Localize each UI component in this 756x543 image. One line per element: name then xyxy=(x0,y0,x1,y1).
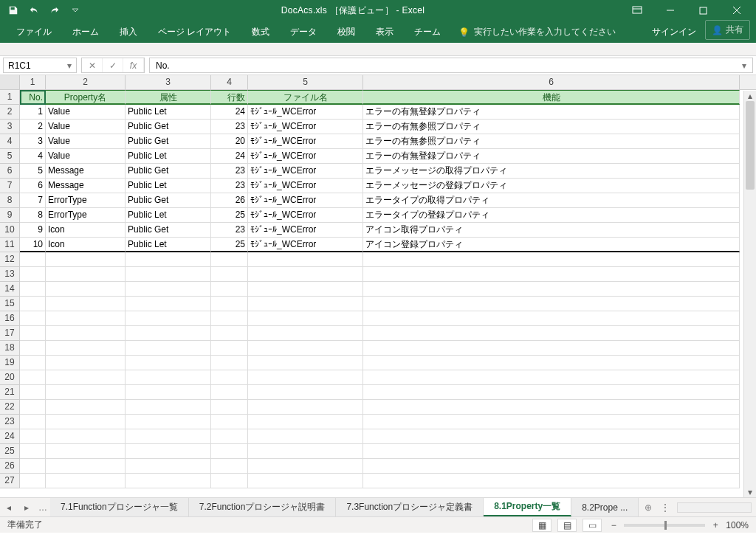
save-button[interactable] xyxy=(3,1,24,19)
cell[interactable] xyxy=(126,459,211,474)
cell[interactable] xyxy=(363,326,740,341)
cell[interactable]: ﾓｼﾞｭｰﾙ_WCError xyxy=(248,120,363,134)
tab-insert[interactable]: 挿入 xyxy=(109,21,148,43)
cell[interactable]: ﾓｼﾞｭｰﾙ_WCError xyxy=(248,134,363,149)
cell[interactable] xyxy=(248,474,363,488)
cell[interactable] xyxy=(126,429,211,444)
cell[interactable] xyxy=(363,474,740,488)
cell[interactable] xyxy=(20,282,46,297)
cell[interactable]: Property名 xyxy=(46,90,126,105)
cell[interactable]: Icon xyxy=(46,223,126,238)
row-header[interactable]: 15 xyxy=(0,297,20,311)
cell[interactable] xyxy=(363,415,740,429)
cell[interactable]: 25 xyxy=(211,208,248,223)
cell[interactable]: 属性 xyxy=(126,90,211,105)
sheet-tab[interactable]: 7.2Functionプロシージャ説明書 xyxy=(189,498,337,516)
cell[interactable] xyxy=(248,459,363,474)
cell[interactable] xyxy=(20,400,46,415)
cell[interactable] xyxy=(46,252,126,267)
zoom-in-button[interactable]: + xyxy=(709,520,721,530)
cell[interactable] xyxy=(20,267,46,282)
cell[interactable]: 10 xyxy=(20,238,46,252)
cell[interactable]: 23 xyxy=(211,179,248,193)
row-header[interactable]: 9 xyxy=(0,208,20,223)
row-header[interactable]: 12 xyxy=(0,252,20,267)
qat-customize-button[interactable] xyxy=(65,1,86,19)
tab-scroll-menu[interactable]: ⋮ xyxy=(658,498,673,516)
cell[interactable] xyxy=(363,400,740,415)
cell[interactable]: 1 xyxy=(20,105,46,120)
cell[interactable] xyxy=(363,385,740,400)
tab-pagelayout[interactable]: ページ レイアウト xyxy=(148,21,241,43)
name-box[interactable]: R1C1 ▾ xyxy=(3,58,77,73)
cell[interactable] xyxy=(126,297,211,311)
tab-formulas[interactable]: 数式 xyxy=(241,21,280,43)
cell[interactable] xyxy=(248,311,363,326)
cell[interactable]: Public Get xyxy=(126,193,211,208)
formula-input[interactable]: No. ▾ xyxy=(149,58,753,73)
cell[interactable] xyxy=(211,474,248,488)
cell[interactable] xyxy=(248,385,363,400)
cell[interactable] xyxy=(46,282,126,297)
row-header[interactable]: 18 xyxy=(0,341,20,356)
cell[interactable] xyxy=(46,400,126,415)
sign-in-button[interactable]: サインイン xyxy=(643,21,705,43)
cell[interactable] xyxy=(46,459,126,474)
cell[interactable]: Public Let xyxy=(126,105,211,120)
cell[interactable] xyxy=(248,297,363,311)
scroll-thumb[interactable] xyxy=(746,101,755,190)
cell[interactable] xyxy=(363,297,740,311)
cell[interactable]: エラーの有無参照プロパティ xyxy=(363,134,740,149)
cell[interactable] xyxy=(363,341,740,356)
row-header[interactable]: 5 xyxy=(0,149,20,164)
minimize-button[interactable] xyxy=(653,0,687,21)
cell[interactable]: アイコン取得プロパティ xyxy=(363,223,740,238)
cell[interactable] xyxy=(20,326,46,341)
row-header[interactable]: 2 xyxy=(0,105,20,120)
cell[interactable] xyxy=(20,297,46,311)
cell[interactable]: エラーメッセージの登録プロパティ xyxy=(363,179,740,193)
row-header[interactable]: 16 xyxy=(0,311,20,326)
tab-overflow-left[interactable]: … xyxy=(35,498,50,516)
cell[interactable]: 24 xyxy=(211,149,248,164)
cell[interactable]: Value xyxy=(46,149,126,164)
vertical-scrollbar[interactable]: ▴ ▾ xyxy=(743,91,756,497)
undo-button[interactable] xyxy=(24,1,44,19)
cell[interactable] xyxy=(248,400,363,415)
tab-nav-prev-button[interactable]: ◂ xyxy=(0,498,18,516)
row-header[interactable]: 24 xyxy=(0,429,20,444)
row-header[interactable]: 20 xyxy=(0,370,20,385)
row-header[interactable]: 8 xyxy=(0,193,20,208)
row-header[interactable]: 3 xyxy=(0,120,20,134)
grid-body[interactable]: 1No.Property名属性行数ファイル名機能21ValuePublic Le… xyxy=(0,90,756,497)
column-header[interactable]: 5 xyxy=(248,75,363,89)
redo-button[interactable] xyxy=(44,1,65,19)
scroll-up-arrow[interactable]: ▴ xyxy=(744,91,756,101)
cell[interactable]: ErrorType xyxy=(46,193,126,208)
tab-nav-next-button[interactable]: ▸ xyxy=(18,498,35,516)
sheet-tab[interactable]: 7.3Functionプロシージャ定義書 xyxy=(336,498,484,516)
tab-review[interactable]: 校閲 xyxy=(327,21,365,43)
cell[interactable] xyxy=(211,267,248,282)
cell[interactable] xyxy=(211,415,248,429)
cell[interactable] xyxy=(46,444,126,459)
normal-view-button[interactable]: ▦ xyxy=(532,519,551,532)
cell[interactable] xyxy=(211,444,248,459)
row-header[interactable]: 21 xyxy=(0,385,20,400)
cell[interactable]: Message xyxy=(46,164,126,179)
cell[interactable] xyxy=(46,341,126,356)
page-break-view-button[interactable]: ▭ xyxy=(583,519,602,532)
cell[interactable] xyxy=(46,297,126,311)
row-header[interactable]: 26 xyxy=(0,459,20,474)
cell[interactable]: 5 xyxy=(20,164,46,179)
cell[interactable] xyxy=(46,474,126,488)
column-header[interactable]: 2 xyxy=(46,75,126,89)
cell[interactable] xyxy=(126,252,211,267)
cell[interactable]: 25 xyxy=(211,238,248,252)
cell[interactable]: 3 xyxy=(20,134,46,149)
maximize-button[interactable] xyxy=(687,0,720,21)
cell[interactable]: 23 xyxy=(211,120,248,134)
cell[interactable] xyxy=(126,474,211,488)
cell[interactable] xyxy=(126,326,211,341)
cell[interactable] xyxy=(363,459,740,474)
